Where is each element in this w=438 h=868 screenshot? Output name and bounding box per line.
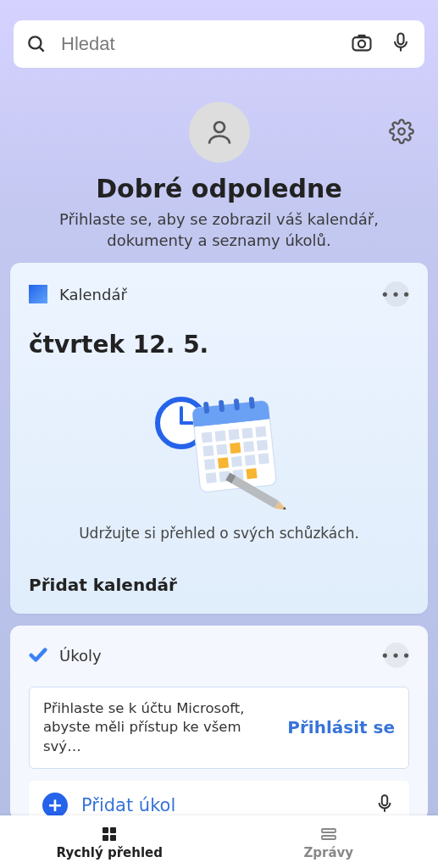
svg-rect-36	[246, 468, 257, 479]
add-task-mic-icon[interactable]	[374, 793, 396, 818]
signin-button[interactable]: Přihlásit se	[287, 717, 395, 737]
settings-icon[interactable]	[389, 119, 414, 144]
mic-icon[interactable]	[389, 31, 413, 58]
add-calendar-link[interactable]: Přidat kalendář	[29, 575, 177, 595]
svg-rect-26	[256, 440, 267, 451]
tasks-more-button[interactable]: •••	[384, 643, 409, 668]
svg-point-7	[214, 122, 225, 132]
calendar-card-title: Kalendář	[59, 286, 127, 303]
signin-text: Přihlaste se k účtu Microsoft, abyste mě…	[43, 699, 277, 756]
svg-rect-47	[322, 829, 335, 832]
calendar-tagline: Udržujte si přehled o svých schůzkách.	[29, 525, 409, 542]
svg-rect-43	[103, 827, 108, 833]
calendar-more-button[interactable]: •••	[384, 281, 409, 307]
grid-icon	[99, 824, 119, 844]
svg-rect-18	[201, 431, 212, 442]
svg-rect-24	[216, 444, 227, 455]
svg-rect-22	[255, 426, 266, 437]
camera-icon[interactable]	[350, 31, 374, 58]
nav-news-label: Zprávy	[303, 845, 353, 860]
svg-rect-30	[258, 453, 269, 465]
svg-rect-2	[353, 37, 371, 50]
bottom-nav: Rychlý přehled Zprávy	[0, 815, 438, 868]
svg-rect-28	[230, 456, 241, 467]
svg-point-0	[29, 36, 41, 48]
svg-rect-27	[204, 459, 215, 470]
avatar[interactable]	[189, 102, 250, 163]
calendar-date: čtvrtek 12. 5.	[29, 331, 409, 359]
svg-rect-44	[110, 827, 116, 833]
tasks-card-title: Úkoly	[59, 647, 102, 665]
signin-prompt: Přihlaste se k účtu Microsoft, abyste mě…	[29, 687, 409, 769]
calendar-card: Kalendář ••• čtvrtek 12. 5.	[10, 263, 428, 614]
nav-glance[interactable]: Rychlý přehled	[0, 815, 219, 868]
svg-rect-45	[103, 835, 108, 841]
nav-news[interactable]: Zprávy	[219, 815, 439, 868]
search-input[interactable]	[61, 33, 350, 55]
svg-point-3	[358, 41, 365, 47]
svg-rect-20	[228, 429, 239, 440]
calendar-illustration	[147, 382, 291, 509]
plus-icon: +	[42, 793, 68, 818]
tasks-card: Úkoly ••• Přihlaste se k účtu Microsoft,…	[10, 626, 428, 821]
svg-rect-34	[230, 442, 241, 453]
svg-rect-41	[382, 795, 388, 805]
nav-glance-label: Rychlý přehled	[57, 845, 163, 860]
svg-point-6	[398, 128, 405, 135]
greeting-block: Dobré odpoledne Přihlaste se, aby se zob…	[0, 174, 438, 251]
svg-rect-21	[241, 427, 252, 438]
svg-rect-4	[398, 34, 404, 45]
add-task-label: Přidat úkol	[81, 795, 360, 815]
search-icon	[25, 33, 47, 55]
svg-rect-23	[202, 445, 213, 456]
greeting-title: Dobré odpoledne	[0, 174, 438, 203]
svg-rect-46	[110, 835, 116, 841]
svg-rect-29	[244, 454, 255, 465]
todo-app-icon	[29, 646, 47, 665]
person-icon	[204, 117, 235, 147]
add-task-row[interactable]: + Přidat úkol	[29, 781, 409, 821]
svg-rect-31	[205, 472, 216, 483]
calendar-app-icon	[29, 285, 47, 303]
svg-rect-48	[322, 836, 335, 839]
svg-rect-35	[217, 458, 228, 469]
svg-rect-19	[214, 431, 225, 442]
search-bar[interactable]	[14, 20, 424, 68]
svg-rect-25	[243, 441, 254, 452]
svg-line-1	[40, 47, 44, 52]
greeting-subtitle: Přihlaste se, aby se zobrazil váš kalend…	[0, 209, 438, 251]
news-icon	[319, 824, 339, 844]
